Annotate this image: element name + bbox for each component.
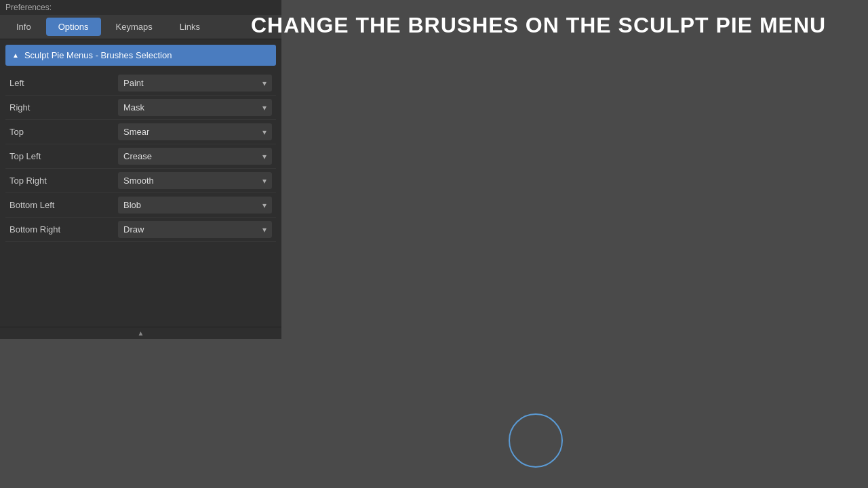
tab-options[interactable]: Options — [46, 18, 101, 36]
label-bottom-right: Bottom Right — [9, 224, 118, 235]
collapse-icon: ▲ — [12, 52, 19, 59]
select-top-right[interactable]: SmoothPaintDrawClayGrabSmearPinchBlobCre… — [118, 172, 272, 189]
setting-row-top-left: Top Left CreasePaintDrawClaySmoothGrabSm… — [5, 144, 276, 169]
scroll-indicator: ▲ — [0, 327, 281, 339]
scroll-up-icon[interactable]: ▲ — [138, 329, 144, 337]
preferences-title: Preferences: — [0, 0, 281, 15]
preferences-panel: Preferences: Info Options Keymaps Links … — [0, 0, 281, 339]
select-wrapper-top-right: SmoothPaintDrawClayGrabSmearPinchBlobCre… — [118, 172, 272, 189]
section-label: Sculpt Pie Menus - Brushes Selection — [24, 50, 172, 60]
section-header[interactable]: ▲ Sculpt Pie Menus - Brushes Selection — [5, 45, 276, 66]
label-top-left: Top Left — [9, 151, 118, 161]
select-top-left[interactable]: CreasePaintDrawClaySmoothGrabSmearPinchB… — [118, 148, 272, 165]
select-wrapper-top: SmearPaintDrawClaySmoothGrabPinchBlobCre… — [118, 123, 272, 140]
label-top: Top — [9, 127, 118, 137]
label-bottom-left: Bottom Left — [9, 200, 118, 210]
select-wrapper-top-left: CreasePaintDrawClaySmoothGrabSmearPinchB… — [118, 148, 272, 165]
tabs-bar: Info Options Keymaps Links — [0, 15, 281, 39]
circle-indicator — [509, 413, 563, 468]
setting-row-top: Top SmearPaintDrawClaySmoothGrabPinchBlo… — [5, 120, 276, 144]
select-wrapper-left: PaintDrawClaySmoothGrabSmearPinchBlobCre… — [118, 75, 272, 92]
label-right: Right — [9, 102, 118, 113]
setting-row-bottom-right: Bottom Right DrawPaintClaySmoothGrabSmea… — [5, 218, 276, 242]
label-left: Left — [9, 78, 118, 88]
select-top[interactable]: SmearPaintDrawClaySmoothGrabPinchBlobCre… — [118, 123, 272, 140]
select-left[interactable]: PaintDrawClaySmoothGrabSmearPinchBlobCre… — [118, 75, 272, 92]
select-bottom-left[interactable]: BlobPaintDrawClaySmoothGrabSmearPinchCre… — [118, 197, 272, 214]
select-right[interactable]: MaskPaintDrawClaySmoothGrabSmearPinchBlo… — [118, 99, 272, 116]
select-wrapper-bottom-left: BlobPaintDrawClaySmoothGrabSmearPinchCre… — [118, 197, 272, 214]
tab-links[interactable]: Links — [167, 18, 212, 36]
tab-info[interactable]: Info — [4, 18, 43, 36]
setting-row-left: Left PaintDrawClaySmoothGrabSmearPinchBl… — [5, 71, 276, 96]
label-top-right: Top Right — [9, 176, 118, 186]
settings-content: Left PaintDrawClaySmoothGrabSmearPinchBl… — [0, 68, 281, 327]
setting-row-bottom-left: Bottom Left BlobPaintDrawClaySmoothGrabS… — [5, 193, 276, 218]
select-wrapper-right: MaskPaintDrawClaySmoothGrabSmearPinchBlo… — [118, 99, 272, 116]
select-wrapper-bottom-right: DrawPaintClaySmoothGrabSmearPinchBlobCre… — [118, 221, 272, 238]
setting-row-top-right: Top Right SmoothPaintDrawClayGrabSmearPi… — [5, 169, 276, 193]
main-title: CHANGE THE BRUSHES ON THE SCULPT PIE MEN… — [251, 12, 854, 38]
select-bottom-right[interactable]: DrawPaintClaySmoothGrabSmearPinchBlobCre… — [118, 221, 272, 238]
setting-row-right: Right MaskPaintDrawClaySmoothGrabSmearPi… — [5, 96, 276, 120]
tab-keymaps[interactable]: Keymaps — [104, 18, 165, 36]
